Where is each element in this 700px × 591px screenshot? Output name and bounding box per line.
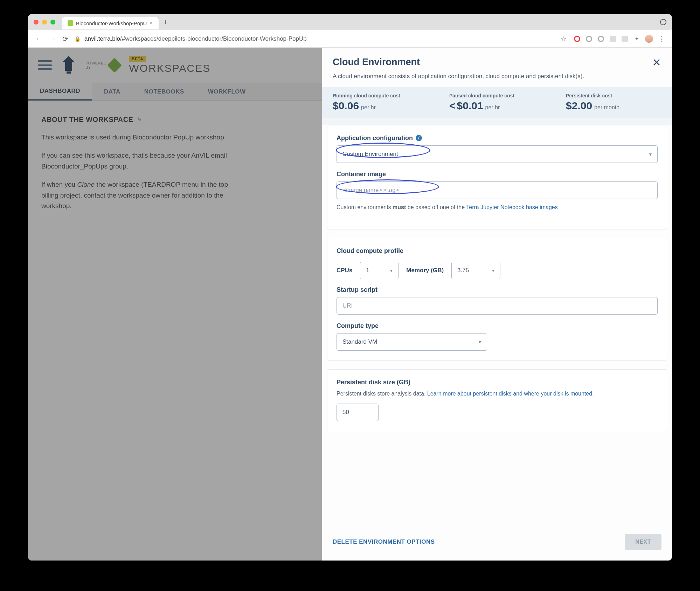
panel-title: Cloud Environment bbox=[333, 57, 420, 68]
panel-description: A cloud environment consists of applicat… bbox=[333, 72, 661, 81]
tab-title: Bioconductor-Workshop-PopU bbox=[76, 20, 147, 26]
persistent-disk-card: Persistent disk size (GB) Persistent dis… bbox=[327, 369, 667, 431]
reload-button[interactable]: ⟳ bbox=[61, 35, 69, 43]
extension-icon[interactable] bbox=[574, 35, 581, 42]
browser-menu-icon[interactable]: ⋮ bbox=[658, 34, 666, 43]
lock-icon: 🔒 bbox=[74, 36, 81, 42]
close-panel-button[interactable] bbox=[652, 57, 661, 67]
compute-profile-heading: Cloud compute profile bbox=[337, 247, 658, 255]
forward-button: → bbox=[48, 35, 56, 43]
cost-running: Running cloud compute cost $0.06 per hr bbox=[333, 93, 428, 112]
chevron-down-icon: ▾ bbox=[479, 339, 481, 345]
new-tab-button[interactable]: + bbox=[163, 18, 168, 27]
url-path: /#workspaces/deeppilots-bioconductor/Bio… bbox=[120, 35, 307, 42]
persistent-disk-help: Persistent disks store analysis data. Le… bbox=[337, 390, 658, 398]
info-icon[interactable]: i bbox=[416, 135, 422, 141]
app-content: POWERED BY BETA WORKSPACES Work dee DASH… bbox=[28, 48, 672, 561]
app-config-label: Application configuration i bbox=[337, 135, 658, 142]
compute-type-select[interactable]: Standard VM ▾ bbox=[337, 333, 487, 351]
persistent-disk-heading: Persistent disk size (GB) bbox=[337, 379, 658, 386]
container-image-label: Container image bbox=[337, 171, 658, 178]
delete-environment-link[interactable]: DELETE ENVIRONMENT OPTIONS bbox=[333, 538, 435, 545]
close-window-button[interactable] bbox=[34, 20, 39, 25]
url-host: anvil.terra.bio bbox=[84, 35, 120, 42]
extension-icon[interactable] bbox=[621, 35, 628, 42]
chevron-down-icon: ▾ bbox=[390, 268, 393, 273]
cpu-select[interactable]: 1 ▾ bbox=[360, 262, 398, 279]
address-bar: ← → ⟳ 🔒 anvil.terra.bio/#workspaces/deep… bbox=[28, 30, 672, 48]
chevron-down-icon: ▾ bbox=[492, 268, 494, 273]
cost-disk: Persistent disk cost $2.00 per month bbox=[566, 93, 661, 112]
address-field[interactable]: 🔒 anvil.terra.bio/#workspaces/deeppilots… bbox=[74, 35, 555, 42]
bookmark-star-icon[interactable]: ☆ bbox=[560, 35, 567, 43]
extension-icon[interactable] bbox=[597, 35, 604, 42]
back-button[interactable]: ← bbox=[34, 35, 43, 43]
memory-label: Memory (GB) bbox=[406, 267, 444, 274]
extension-icon[interactable] bbox=[585, 35, 592, 42]
maximize-window-button[interactable] bbox=[50, 20, 55, 25]
persistent-disk-learn-link[interactable]: Learn more about persistent disks and wh… bbox=[427, 391, 594, 397]
extension-icons: ✦ ⋮ bbox=[574, 34, 666, 43]
close-tab-icon[interactable]: × bbox=[150, 20, 153, 26]
app-config-card: Application configuration i Custom Envir… bbox=[327, 125, 667, 229]
profile-avatar[interactable] bbox=[645, 35, 653, 43]
startup-script-label: Startup script bbox=[337, 286, 658, 294]
cost-summary: Running cloud compute cost $0.06 per hr … bbox=[322, 87, 672, 118]
app-config-selected: Custom Environment bbox=[342, 151, 398, 158]
cost-paused-value: $0.01 bbox=[457, 100, 483, 112]
persistent-disk-size-input[interactable] bbox=[337, 404, 379, 421]
browser-tab[interactable]: Bioconductor-Workshop-PopU × bbox=[62, 17, 159, 29]
browser-window: Bioconductor-Workshop-PopU × + ← → ⟳ 🔒 a… bbox=[28, 14, 672, 561]
compute-type-label: Compute type bbox=[337, 322, 658, 330]
container-image-input[interactable] bbox=[337, 181, 658, 199]
cpu-label: CPUs bbox=[337, 267, 352, 274]
startup-script-input[interactable] bbox=[337, 297, 658, 315]
cost-paused: Paused cloud compute cost < $0.01 per hr bbox=[449, 93, 545, 112]
app-config-select[interactable]: Custom Environment ▾ bbox=[337, 145, 658, 163]
next-button[interactable]: NEXT bbox=[625, 534, 661, 550]
compute-profile-card: Cloud compute profile CPUs 1 ▾ Memory (G… bbox=[327, 238, 667, 361]
cloud-environment-panel: Cloud Environment A cloud environment co… bbox=[322, 48, 672, 561]
extension-icon[interactable] bbox=[609, 35, 616, 42]
account-menu-icon[interactable] bbox=[660, 19, 666, 25]
chevron-down-icon: ▾ bbox=[649, 151, 652, 157]
tab-favicon bbox=[68, 20, 73, 26]
minimize-window-button[interactable] bbox=[42, 20, 47, 25]
cost-disk-value: $2.00 bbox=[566, 100, 592, 112]
panel-header: Cloud Environment A cloud environment co… bbox=[322, 48, 672, 87]
jupyter-base-images-link[interactable]: Terra Jupyter Notebook base images bbox=[466, 204, 557, 210]
titlebar: Bioconductor-Workshop-PopU × + bbox=[28, 14, 672, 30]
window-controls bbox=[34, 20, 55, 25]
container-image-help: Custom environments must be based off on… bbox=[337, 203, 658, 212]
cost-running-value: $0.06 bbox=[333, 100, 359, 112]
memory-select[interactable]: 3.75 ▾ bbox=[451, 262, 500, 279]
extensions-puzzle-icon[interactable]: ✦ bbox=[633, 35, 640, 42]
panel-footer: DELETE ENVIRONMENT OPTIONS NEXT bbox=[322, 525, 672, 561]
